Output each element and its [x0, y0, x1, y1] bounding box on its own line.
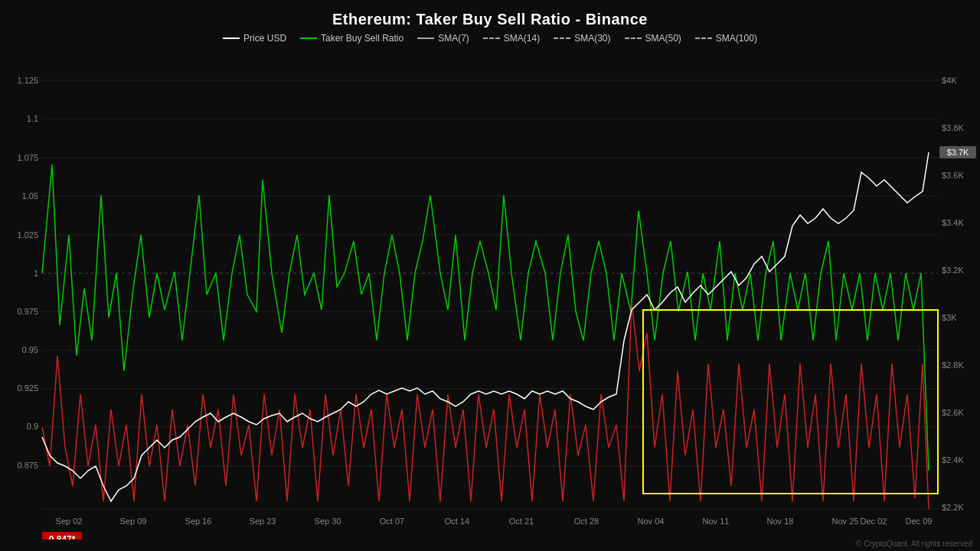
legend-sma14-line: [483, 37, 500, 39]
svg-text:Oct 21: Oct 21: [509, 517, 534, 526]
legend-price: Price USD: [223, 33, 286, 44]
chart-title: Ethereum: Taker Buy Sell Ratio - Binance: [0, 0, 980, 33]
copyright-text: © CryptoQuant. All rights reserved: [856, 540, 972, 548]
svg-text:0.875: 0.875: [17, 461, 38, 470]
legend-sma50-label: SMA(50): [645, 33, 681, 44]
svg-text:$2.8K: $2.8K: [942, 360, 964, 370]
legend: Price USD Taker Buy Sell Ratio SMA(7) SM…: [0, 33, 980, 50]
svg-text:Sep 09: Sep 09: [120, 517, 147, 526]
svg-text:$3.2K: $3.2K: [942, 266, 964, 275]
svg-text:Nov 18: Nov 18: [767, 517, 794, 526]
svg-text:$3.8K: $3.8K: [942, 123, 964, 132]
svg-text:$4K: $4K: [942, 76, 957, 85]
svg-text:Sep 23: Sep 23: [250, 517, 276, 526]
legend-price-line: [223, 37, 240, 39]
legend-ratio: Taker Buy Sell Ratio: [300, 33, 403, 44]
svg-text:Nov 25: Nov 25: [832, 517, 859, 526]
svg-text:$2.4K: $2.4K: [942, 455, 964, 465]
legend-sma30: SMA(30): [554, 33, 610, 44]
svg-text:Nov 04: Nov 04: [638, 517, 665, 526]
svg-text:$2.6K: $2.6K: [942, 408, 964, 417]
legend-sma7: SMA(7): [417, 33, 469, 44]
svg-text:Sep 30: Sep 30: [315, 517, 341, 526]
svg-text:Sep 16: Sep 16: [185, 517, 212, 526]
svg-text:Oct 07: Oct 07: [380, 517, 404, 526]
legend-sma50-line: [625, 37, 642, 39]
svg-text:Sep 02: Sep 02: [56, 517, 83, 526]
svg-text:Nov 11: Nov 11: [703, 517, 730, 526]
svg-text:$3K: $3K: [942, 313, 957, 322]
svg-text:1.1: 1.1: [27, 114, 38, 123]
svg-text:Oct 28: Oct 28: [574, 517, 599, 526]
svg-text:1: 1: [34, 269, 38, 278]
legend-sma50: SMA(50): [625, 33, 681, 44]
legend-sma14: SMA(14): [483, 33, 540, 44]
legend-ratio-label: Taker Buy Sell Ratio: [321, 33, 403, 44]
svg-text:$3.4K: $3.4K: [942, 218, 964, 227]
svg-text:$3.7K: $3.7K: [947, 148, 969, 157]
svg-text:$2.2K: $2.2K: [942, 503, 964, 512]
svg-text:0.975: 0.975: [17, 307, 38, 316]
svg-text:1.025: 1.025: [17, 230, 38, 240]
svg-text:Dec 09: Dec 09: [906, 517, 933, 526]
legend-sma100: SMA(100): [695, 33, 757, 44]
ratio-current-label: 0.847*: [49, 534, 76, 540]
main-svg: 1.125 1.1 1.075 1.05 1.025 1 0.975 0.95 …: [0, 73, 980, 540]
svg-text:0.9: 0.9: [27, 422, 38, 431]
legend-price-label: Price USD: [243, 33, 286, 44]
legend-sma100-line: [695, 37, 712, 39]
legend-sma30-line: [554, 37, 570, 39]
svg-text:0.925: 0.925: [17, 383, 38, 393]
legend-sma14-label: SMA(14): [504, 33, 540, 44]
svg-text:1.05: 1.05: [22, 191, 38, 201]
svg-text:0.95: 0.95: [22, 345, 38, 354]
legend-sma7-line: [417, 37, 434, 39]
legend-ratio-line: [300, 37, 317, 39]
svg-text:Dec 02: Dec 02: [861, 517, 887, 526]
legend-sma30-label: SMA(30): [574, 33, 610, 44]
svg-text:1.125: 1.125: [17, 76, 38, 85]
svg-text:$3.6K: $3.6K: [942, 171, 964, 180]
legend-sma7-label: SMA(7): [438, 33, 469, 44]
legend-sma100-label: SMA(100): [716, 33, 757, 44]
svg-text:Oct 14: Oct 14: [445, 517, 469, 526]
svg-text:1.075: 1.075: [17, 153, 38, 162]
chart-container: Ethereum: Taker Buy Sell Ratio - Binance…: [0, 0, 980, 551]
